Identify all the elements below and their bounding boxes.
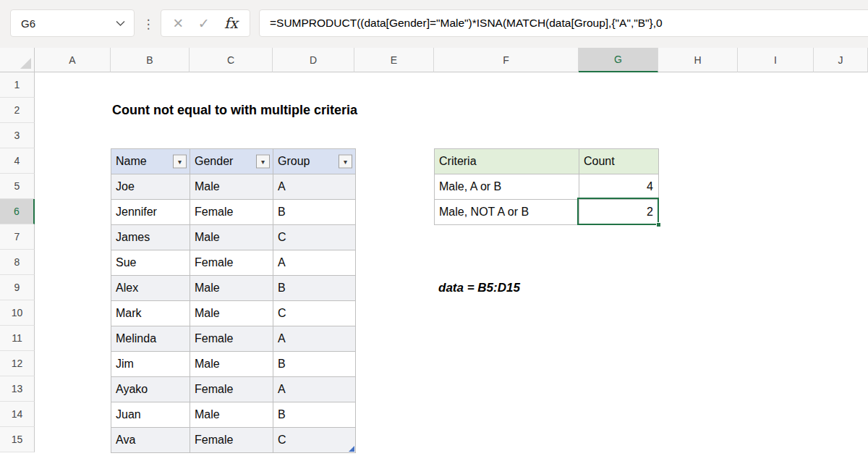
table-cell[interactable]: Male — [190, 301, 273, 326]
filter-button[interactable]: ▾ — [173, 155, 187, 169]
row-header-1[interactable]: 1 — [0, 72, 35, 98]
table-cell[interactable]: A — [273, 377, 356, 402]
column-header-f[interactable]: F — [434, 48, 579, 72]
column-header-i[interactable]: I — [738, 48, 814, 72]
row-header-2[interactable]: 2 — [0, 98, 35, 123]
row-header-11[interactable]: 11 — [0, 326, 35, 351]
formula-bar-chrome: G6 ⋮ × ✓ fx =SUMPRODUCT((data[Gender]="M… — [0, 0, 868, 48]
table-cell[interactable]: Male — [190, 225, 273, 250]
sheet-canvas: Count not equal to with multiple criteri… — [35, 72, 868, 456]
column-header-j[interactable]: J — [814, 48, 868, 72]
column-header-c[interactable]: C — [190, 48, 273, 72]
table-cell[interactable]: C — [273, 428, 356, 453]
range-note: data = B5:D15 — [438, 275, 520, 300]
row-header-13[interactable]: 13 — [0, 376, 35, 402]
table-row: AlexMaleB — [111, 276, 356, 301]
header-cell: Gender▾ — [190, 149, 273, 174]
table-row: MarkMaleC — [111, 301, 356, 326]
table-cell[interactable]: A — [273, 174, 356, 200]
table-cell[interactable]: Mark — [111, 301, 190, 326]
row-header-10[interactable]: 10 — [0, 300, 35, 326]
name-box[interactable]: G6 — [10, 9, 135, 37]
header-label: Group — [278, 155, 310, 168]
select-all-button[interactable] — [0, 48, 35, 72]
table-row: JuanMaleB — [111, 402, 356, 428]
table-cell[interactable]: Jennifer — [111, 200, 190, 225]
table-row: JamesMaleC — [111, 225, 356, 250]
table-cell[interactable]: C — [273, 225, 356, 250]
table-cell[interactable]: Alex — [111, 276, 190, 301]
row-header-15[interactable]: 15 — [0, 427, 35, 452]
row-header-14[interactable]: 14 — [0, 402, 35, 427]
table-cell[interactable]: Female — [190, 200, 273, 225]
header-label: Gender — [195, 155, 233, 168]
header-label: Criteria — [439, 155, 477, 168]
table-cell[interactable]: Ava — [111, 428, 190, 453]
fx-icon[interactable]: fx — [224, 14, 238, 32]
header-cell: Count — [579, 149, 659, 174]
column-headers: ABCDEFGHIJ — [35, 48, 868, 72]
table-cell[interactable]: Melinda — [111, 326, 190, 352]
header-cell: Name▾ — [111, 149, 190, 174]
table-cell[interactable]: Male — [190, 352, 273, 377]
row-header-7[interactable]: 7 — [0, 224, 35, 250]
table-cell[interactable]: Male — [190, 276, 273, 301]
table-cell[interactable]: A — [273, 326, 356, 352]
table-cell[interactable]: B — [273, 276, 356, 301]
table-cell[interactable]: B — [273, 200, 356, 225]
table-cell[interactable]: Female — [190, 428, 273, 453]
column-header-h[interactable]: H — [658, 48, 738, 72]
table-cell[interactable]: B — [273, 352, 356, 377]
table-row: Male, A or B4 — [435, 174, 659, 200]
table-cell[interactable]: Male, NOT A or B — [435, 200, 579, 225]
table-cell[interactable]: Jim — [111, 352, 190, 377]
table-cell[interactable]: A — [273, 250, 356, 276]
row-header-6[interactable]: 6 — [0, 199, 35, 224]
table-cell[interactable]: James — [111, 225, 190, 250]
data-table-header: Name▾Gender▾Group▾ — [111, 149, 356, 174]
table-cell[interactable]: 2 — [579, 200, 659, 225]
cancel-icon[interactable]: × — [173, 14, 183, 32]
column-header-g[interactable]: G — [579, 48, 658, 72]
table-cell[interactable]: 4 — [579, 174, 659, 200]
table-row: Male, NOT A or B2 — [435, 200, 659, 225]
table-cell[interactable]: Ayako — [111, 377, 190, 402]
table-row: MelindaFemaleA — [111, 326, 356, 352]
row-header-4[interactable]: 4 — [0, 148, 35, 174]
row-header-5[interactable]: 5 — [0, 174, 35, 199]
table-cell[interactable]: Joe — [111, 174, 190, 200]
check-icon[interactable]: ✓ — [198, 17, 210, 30]
table-cell[interactable]: Male — [190, 174, 273, 200]
spreadsheet: ABCDEFGHIJ 123456789101112131415 Count n… — [0, 48, 868, 456]
table-cell[interactable]: B — [273, 402, 356, 428]
column-header-a[interactable]: A — [35, 48, 111, 72]
column-header-d[interactable]: D — [273, 48, 354, 72]
row-header-9[interactable]: 9 — [0, 275, 35, 300]
data-table-body: JoeMaleAJenniferFemaleBJamesMaleCSueFema… — [111, 174, 356, 453]
table-cell[interactable]: Female — [190, 250, 273, 276]
drag-handle-icon: ⋮ — [142, 0, 154, 48]
row-header-3[interactable]: 3 — [0, 123, 35, 148]
row-header-12[interactable]: 12 — [0, 351, 35, 376]
column-header-b[interactable]: B — [111, 48, 190, 72]
table-resize-handle[interactable] — [349, 446, 354, 452]
header-label: Count — [584, 155, 615, 168]
table-row: JimMaleB — [111, 352, 356, 377]
table-cell[interactable]: C — [273, 301, 356, 326]
header-label: Name — [116, 155, 147, 168]
filter-button[interactable]: ▾ — [256, 155, 270, 169]
table-cell[interactable]: Sue — [111, 250, 190, 276]
chevron-down-icon: ▾ — [178, 158, 182, 166]
table-cell[interactable]: Juan — [111, 402, 190, 428]
filter-button[interactable]: ▾ — [339, 155, 352, 169]
table-cell[interactable]: Male, A or B — [435, 174, 579, 200]
formula-input[interactable]: =SUMPRODUCT((data[Gender]="Male")*ISNA(M… — [259, 9, 868, 37]
row-header-8[interactable]: 8 — [0, 250, 35, 275]
column-header-e[interactable]: E — [354, 48, 434, 72]
sheet-title: Count not equal to with multiple criteri… — [112, 98, 357, 123]
table-cell[interactable]: Female — [190, 326, 273, 352]
data-table: Name▾Gender▾Group▾ JoeMaleAJenniferFemal… — [111, 148, 356, 453]
table-cell[interactable]: Male — [190, 402, 273, 428]
table-cell[interactable]: Female — [190, 377, 273, 402]
header-cell: Group▾ — [273, 149, 356, 174]
